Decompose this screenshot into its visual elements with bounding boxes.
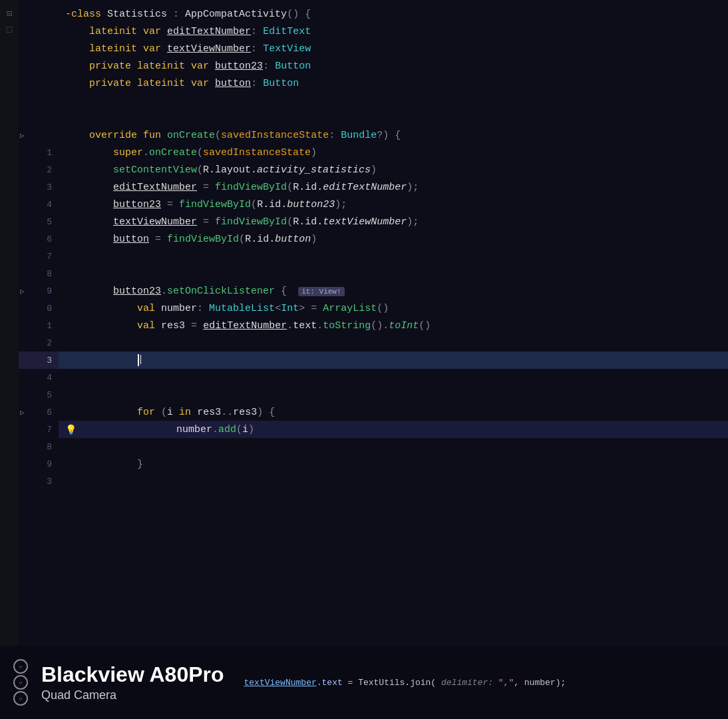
line-number-17: 0	[19, 300, 59, 317]
logo-circle-3: ○	[13, 691, 28, 706]
line-number-0	[19, 5, 59, 23]
line-number-5	[19, 92, 59, 109]
line-number-9: 2	[19, 161, 59, 178]
bulb-icon[interactable]: 💡	[65, 424, 77, 435]
line-number-24: 7	[19, 421, 59, 438]
line-number-27: 3	[19, 473, 59, 490]
left-sidebar: ⊡ □	[0, 0, 19, 719]
line-number-gutter: ▷123456789▷0123456▷7893	[19, 0, 59, 719]
device-brand: Blackview A80Pro	[41, 662, 224, 687]
bottom-code-snippet: textViewNumber.text = TextUtils.join( de…	[238, 678, 566, 688]
line-number-19: 2	[19, 334, 59, 352]
line-number-3	[19, 57, 59, 75]
line-number-22: 5	[19, 386, 59, 403]
line-number-25: 8	[19, 438, 59, 455]
line-number-11: 4	[19, 196, 59, 213]
line-number-16: 9▷	[19, 282, 59, 300]
fold-icon-23[interactable]: ▷	[20, 408, 25, 417]
device-subtitle: Quad Camera	[41, 688, 224, 702]
line-number-1	[19, 23, 59, 40]
fold-icon-16[interactable]: ▷	[20, 287, 25, 296]
code-line-16: button23.setOnClickListener { it: View!	[59, 282, 728, 300]
sidebar-icon-1[interactable]: ⊡	[7, 8, 12, 19]
line-number-12: 5	[19, 213, 59, 230]
code-line-7: override fun onCreate(savedInstanceState…	[59, 126, 728, 144]
line-number-10: 3	[19, 178, 59, 196]
sidebar-icon-2[interactable]: □	[7, 25, 12, 35]
line-number-4	[19, 75, 59, 92]
logo-circle-1: ○	[13, 659, 28, 674]
line-number-13: 6	[19, 230, 59, 248]
code-line-17: val number: MutableList<Int> = ArrayList…	[59, 300, 728, 317]
code-line-3: private lateinit var button23: Button	[59, 57, 728, 75]
device-overlay: ○ ○ ○ Blackview A80Pro Quad Camera textV…	[0, 646, 728, 719]
code-line-19	[59, 334, 728, 352]
line-number-2	[19, 40, 59, 57]
code-line-24: 💡 number.add(i)	[59, 421, 728, 438]
code-line-20: |	[59, 352, 728, 369]
code-line-14	[59, 248, 728, 265]
line-number-20: 3	[19, 352, 59, 369]
code-line-9: setContentView(R.layout.activity_statist…	[59, 161, 728, 178]
code-line-4: private lateinit var button: Button	[59, 75, 728, 92]
line-number-18: 1	[19, 317, 59, 334]
line-number-23: 6▷	[19, 403, 59, 421]
code-line-1: lateinit var editTextNumber: EditText	[59, 23, 728, 40]
fold-icon-7[interactable]: ▷	[20, 131, 25, 140]
code-line-6	[59, 109, 728, 126]
line-number-6	[19, 109, 59, 126]
code-line-21	[59, 369, 728, 386]
line-number-7: ▷	[19, 126, 59, 144]
code-line-25	[59, 438, 728, 455]
line-number-15: 8	[19, 265, 59, 282]
code-line-5	[59, 92, 728, 109]
code-line-11: button23 = findViewById(R.id.button23);	[59, 196, 728, 213]
line-number-21: 4	[19, 369, 59, 386]
code-line-18: val res3 = editTextNumber.text.toString(…	[59, 317, 728, 334]
code-line-2: lateinit var textViewNumber: TextView	[59, 40, 728, 57]
logo-circles: ○ ○ ○	[13, 659, 28, 706]
code-line-0: -class Statistics : AppCompatActivity() …	[59, 5, 728, 23]
line-number-26: 9	[19, 455, 59, 473]
device-logo: ○ ○ ○	[13, 659, 28, 706]
code-line-23: for (i in res3..res3) {	[59, 403, 728, 421]
code-line-10: editTextNumber = findViewById(R.id.editT…	[59, 178, 728, 196]
code-editor[interactable]: -class Statistics : AppCompatActivity() …	[59, 0, 728, 719]
code-line-22	[59, 386, 728, 403]
line-number-14: 7	[19, 248, 59, 265]
code-line-15	[59, 265, 728, 282]
code-line-27	[59, 473, 728, 490]
code-line-12: textViewNumber = findViewById(R.id.textV…	[59, 213, 728, 230]
code-line-8: super.onCreate(savedInstanceState)	[59, 144, 728, 161]
code-line-13: button = findViewById(R.id.button)	[59, 230, 728, 248]
editor-container: ⊡ □ ▷123456789▷0123456▷7893 -class Stati…	[0, 0, 728, 719]
logo-circle-2: ○	[13, 675, 28, 690]
line-number-8: 1	[19, 144, 59, 161]
code-line-26: }	[59, 455, 728, 473]
